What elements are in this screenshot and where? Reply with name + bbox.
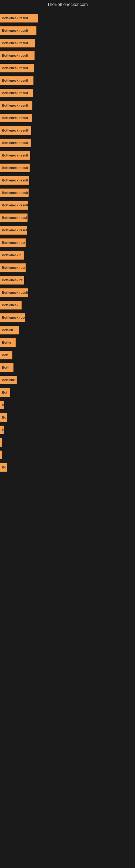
bar-row: Bottlene — [0, 374, 135, 386]
bottleneck-bar: Bottleneck result — [0, 126, 31, 135]
bar-row: Bottleneck result — [0, 212, 135, 224]
bar-row: Bottlen — [0, 324, 135, 336]
bottleneck-bar: Bottlen — [0, 326, 19, 335]
bottleneck-bar: Bottleneck result — [0, 51, 35, 60]
bottleneck-bar: Bottleneck resu — [0, 239, 26, 247]
bar-row: Bottleneck r — [0, 249, 135, 261]
bar-row: Bottleneck resu — [0, 237, 135, 249]
bar-row: Bottleneck result — [0, 137, 135, 149]
bottleneck-bar: Bottleneck re — [0, 276, 24, 284]
bar-row: Bottl — [0, 361, 135, 374]
bottleneck-bar: Bott — [0, 351, 12, 360]
bottleneck-bar: Bottleneck result — [0, 188, 29, 197]
bar-row: Bottleneck result — [0, 149, 135, 162]
bar-row: Bo — [0, 411, 135, 424]
bottleneck-bar: I — [0, 438, 2, 447]
bar-row: Bottleneck result — [0, 24, 135, 37]
bar-row: Bottleneck result — [0, 99, 135, 112]
bottleneck-bar: Bottleneck resu — [0, 264, 26, 272]
bottleneck-bar: Bottleneck result — [0, 176, 29, 185]
bottleneck-bar: Bottlene — [0, 376, 17, 384]
bar-row: Bottleneck re — [0, 274, 135, 286]
bottleneck-bar: Bottleneck r — [0, 251, 24, 259]
site-title: TheBottlenecker.com — [0, 0, 135, 9]
bar-row: Bot — [0, 386, 135, 399]
bottleneck-bar: Bottleneck result — [0, 26, 37, 35]
bar-row: I — [0, 436, 135, 448]
bar-row: Bo — [0, 461, 135, 474]
bar-row: Bott — [0, 349, 135, 361]
bottleneck-bar: Bo — [0, 413, 7, 422]
bar-row: Bottleneck result — [0, 124, 135, 137]
bottleneck-bar: Bottleneck result — [0, 214, 28, 222]
bottleneck-bar: Bottleneck result — [0, 201, 28, 210]
bottleneck-bar: B — [0, 401, 4, 409]
bottleneck-bar: Bottleneck — [0, 301, 21, 310]
bars-container: Bottleneck resultBottleneck resultBottle… — [0, 9, 135, 476]
bottleneck-bar: Bottleneck result — [0, 101, 32, 110]
bar-row: Bottleneck result — [0, 12, 135, 24]
bottleneck-bar: Bo — [0, 463, 7, 472]
bottleneck-bar: Bottleneck result — [0, 76, 34, 85]
bar-row: Bottleneck result — [0, 112, 135, 124]
bar-row: Bottle — [0, 336, 135, 349]
bottleneck-bar: Bottleneck result — [0, 39, 35, 48]
bar-row: Bottleneck result — [0, 74, 135, 87]
bottleneck-bar: Bottleneck result — [0, 151, 30, 160]
bar-row: Bottleneck resu — [0, 261, 135, 274]
bar-row: Bottleneck result — [0, 37, 135, 50]
bar-row: Bottleneck result — [0, 286, 135, 299]
bar-row: Bottleneck result — [0, 224, 135, 237]
bottleneck-bar: Bottleneck result — [0, 163, 30, 172]
bottleneck-bar: Bottle — [0, 338, 16, 347]
bar-row: Bottleneck result — [0, 187, 135, 199]
bar-row: Bottleneck result — [0, 174, 135, 187]
bar-row: Bottleneck result — [0, 162, 135, 174]
bottleneck-bar: Bottleneck result — [0, 64, 34, 72]
bar-row: Bottleneck resu — [0, 311, 135, 324]
bar-row: B — [0, 399, 135, 411]
bottleneck-bar: Bottleneck result — [0, 288, 28, 297]
bottleneck-bar: Bot — [0, 388, 10, 397]
bottleneck-bar: Bottl — [0, 363, 13, 372]
bar-row: Bottleneck — [0, 299, 135, 311]
bar-row: Bottleneck result — [0, 199, 135, 212]
bar-row: B — [0, 424, 135, 436]
bottleneck-bar: Bottleneck result — [0, 226, 27, 235]
bottleneck-bar: Bottleneck result — [0, 89, 33, 97]
bar-row: Bottleneck result — [0, 50, 135, 62]
bottleneck-bar: Bottleneck result — [0, 14, 38, 23]
bottleneck-bar: Bottleneck result — [0, 138, 31, 147]
bar-row — [0, 448, 135, 461]
bar-row: Bottleneck result — [0, 87, 135, 99]
bar-row: Bottleneck result — [0, 62, 135, 74]
bottleneck-bar — [0, 451, 2, 459]
bottleneck-bar: Bottleneck result — [0, 114, 32, 122]
bottleneck-bar: Bottleneck resu — [0, 313, 26, 322]
bottleneck-bar: B — [0, 426, 4, 434]
